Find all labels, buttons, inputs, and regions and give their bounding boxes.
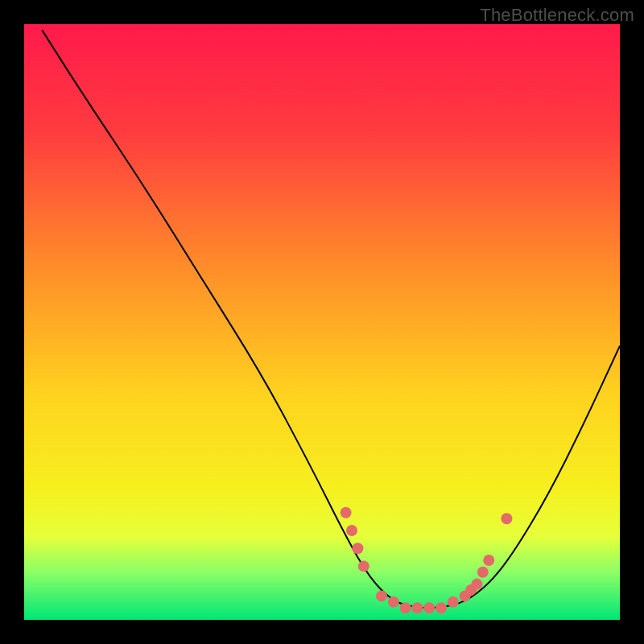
curve-marker	[483, 555, 494, 566]
curve-marker	[423, 602, 435, 613]
gradient-background	[24, 24, 620, 620]
curve-marker	[352, 543, 363, 554]
chart-frame	[24, 24, 620, 620]
curve-marker	[400, 602, 411, 613]
curve-marker	[388, 597, 399, 608]
curve-marker	[341, 507, 352, 518]
watermark-text: TheBottleneck.com	[480, 5, 634, 26]
curve-marker	[358, 560, 369, 572]
curve-marker	[501, 513, 512, 524]
curve-marker	[471, 579, 482, 590]
curve-marker	[376, 590, 387, 601]
curve-marker	[411, 602, 423, 613]
curve-marker	[436, 602, 447, 613]
bottleneck-chart	[24, 24, 620, 620]
plot-area	[24, 24, 620, 620]
curve-marker	[448, 597, 459, 608]
curve-marker	[346, 525, 357, 536]
curve-marker	[477, 567, 489, 578]
